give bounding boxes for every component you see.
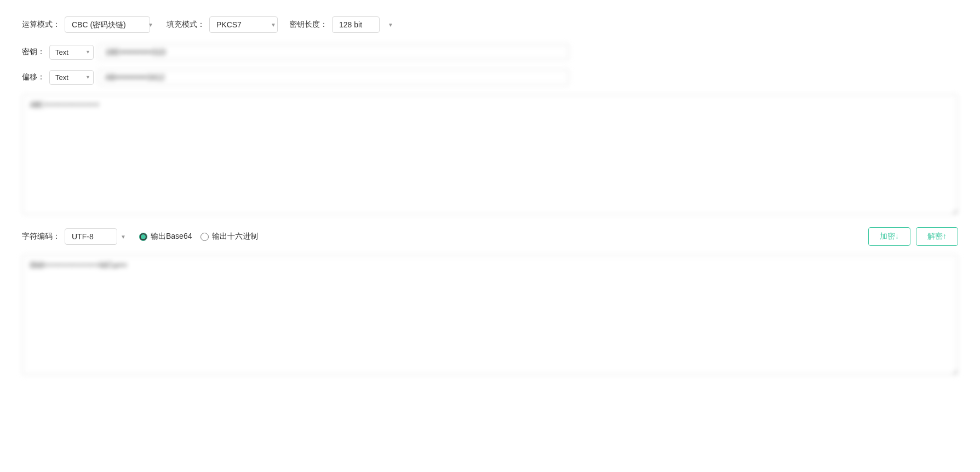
key-length-select-wrapper: 128 bit 192 bit 256 bit — [332, 16, 398, 33]
padding-mode-group: 填充模式： PKCS7 ISO10126 AnsiX923 ZeroPaddin… — [167, 16, 280, 33]
output-textarea-wrapper: Db8••••••••••••k6lw== — [22, 255, 958, 377]
input-textarea[interactable]: ABC•••••••••••• — [22, 94, 958, 215]
encoding-group: 字符编码： UTF-8 GBK GB2312 Latin1 — [22, 228, 130, 245]
key-length-group: 密钥长度： 128 bit 192 bit 256 bit — [289, 16, 398, 33]
action-buttons: 加密↓ 解密↑ — [868, 227, 958, 246]
decrypt-button[interactable]: 解密↑ — [916, 227, 958, 246]
padding-mode-select[interactable]: PKCS7 ISO10126 AnsiX923 ZeroPadding NoPa… — [209, 16, 278, 33]
output-textarea[interactable]: Db8••••••••••••k6lw== — [22, 255, 958, 375]
offset-row: 偏移： Text Hex Base64 — [22, 69, 958, 85]
key-input[interactable] — [98, 44, 569, 60]
operation-mode-label: 运算模式： — [22, 20, 60, 30]
output-base64-radio[interactable] — [139, 233, 147, 241]
offset-input[interactable] — [98, 69, 569, 85]
operation-mode-select-wrapper: CBC (密码块链) ECB (电子密码本) CFB (密文反馈) OFB (输… — [65, 16, 158, 33]
key-type-select[interactable]: Text Hex Base64 — [49, 45, 94, 60]
encoding-label: 字符编码： — [22, 232, 60, 241]
offset-type-select[interactable]: Text Hex Base64 — [49, 70, 94, 85]
padding-mode-label: 填充模式： — [167, 20, 205, 30]
offset-label: 偏移： — [22, 72, 45, 82]
encrypt-button[interactable]: 加密↓ — [868, 227, 910, 246]
output-base64-option[interactable]: 输出Base64 — [139, 232, 192, 241]
main-container: 运算模式： CBC (密码块链) ECB (电子密码本) CFB (密文反馈) … — [0, 0, 980, 472]
encoding-row: 字符编码： UTF-8 GBK GB2312 Latin1 输出Base64 输… — [22, 227, 958, 246]
operation-mode-select[interactable]: CBC (密码块链) ECB (电子密码本) CFB (密文反馈) OFB (输… — [65, 16, 150, 33]
output-base64-label: 输出Base64 — [151, 232, 192, 241]
top-options-row: 运算模式： CBC (密码块链) ECB (电子密码本) CFB (密文反馈) … — [22, 16, 958, 33]
output-hex-radio[interactable] — [200, 233, 209, 241]
key-length-label: 密钥长度： — [289, 20, 328, 30]
encoding-select[interactable]: UTF-8 GBK GB2312 Latin1 — [65, 228, 117, 245]
input-textarea-wrapper: ABC•••••••••••• — [22, 94, 958, 216]
offset-type-wrapper: Text Hex Base64 — [49, 70, 94, 85]
output-hex-option[interactable]: 输出十六进制 — [200, 232, 258, 241]
key-label: 密钥： — [22, 47, 45, 57]
output-hex-label: 输出十六进制 — [212, 232, 258, 241]
key-row: 密钥： Text Hex Base64 — [22, 44, 958, 60]
key-type-wrapper: Text Hex Base64 — [49, 45, 94, 60]
output-format-group: 输出Base64 输出十六进制 — [139, 232, 258, 241]
encoding-select-wrapper: UTF-8 GBK GB2312 Latin1 — [65, 228, 130, 245]
padding-mode-select-wrapper: PKCS7 ISO10126 AnsiX923 ZeroPadding NoPa… — [209, 16, 280, 33]
operation-mode-group: 运算模式： CBC (密码块链) ECB (电子密码本) CFB (密文反馈) … — [22, 16, 158, 33]
key-length-select[interactable]: 128 bit 192 bit 256 bit — [332, 16, 380, 33]
